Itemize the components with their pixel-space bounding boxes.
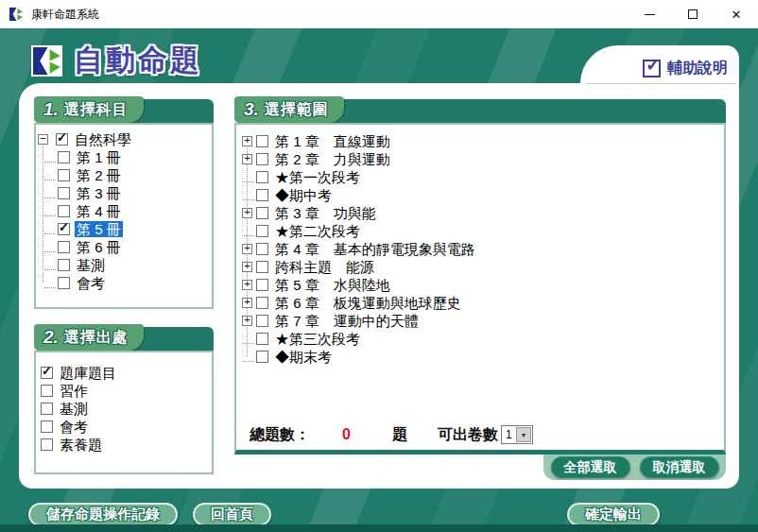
tree-item-label[interactable]: 習作 (58, 383, 90, 399)
tree-item-label[interactable]: 第 1 章 直線運動 (273, 133, 392, 149)
tree-item-label[interactable]: ★第一次段考 (273, 169, 362, 185)
expand-toggle-icon[interactable]: + (242, 244, 252, 254)
checkbox[interactable] (256, 315, 268, 327)
save-record-button[interactable]: 儲存命題操作記錄 (28, 503, 178, 526)
tree-item[interactable]: +第 2 章 力與運動 (242, 150, 724, 168)
close-button[interactable]: ✕ (715, 0, 758, 28)
tree-item[interactable]: +跨科主題 能源 (242, 258, 724, 276)
checkbox[interactable] (256, 153, 268, 165)
checkbox[interactable] (58, 277, 70, 289)
tree-item[interactable]: +第 5 章 水與陸地 (242, 276, 724, 294)
tree-item-label[interactable]: 第 2 冊 (75, 167, 123, 183)
dropdown-arrow-icon[interactable]: ▼ (516, 427, 531, 442)
tree-item[interactable]: ◆期末考 (242, 348, 724, 366)
checkbox[interactable] (256, 261, 268, 273)
tree-item-label[interactable]: 素養題 (58, 437, 104, 453)
tree-item-label[interactable]: ◆期末考 (273, 349, 334, 365)
list-item[interactable]: 習作 (41, 382, 212, 400)
tree-item-label[interactable]: 基測 (58, 401, 90, 417)
tree-item-label[interactable]: 會考 (58, 419, 90, 435)
tree-item-label[interactable]: 第 4 冊 (75, 203, 123, 219)
expand-toggle-icon[interactable]: + (242, 136, 252, 146)
tree-item-label[interactable]: 第 2 章 力與運動 (273, 151, 392, 167)
collapse-toggle-icon[interactable]: − (38, 134, 48, 145)
tree-item-label[interactable]: ★第二次段考 (273, 223, 362, 239)
tree-item-label[interactable]: 會考 (75, 275, 107, 291)
checkbox[interactable] (58, 205, 70, 217)
deselect-button[interactable]: 取消選取 (640, 456, 719, 478)
expand-toggle-icon[interactable]: + (242, 316, 252, 326)
checkbox[interactable] (41, 403, 53, 415)
tree-item-label[interactable]: 第 5 章 水與陸地 (273, 277, 392, 293)
tree-item[interactable]: 第 2 冊 (38, 166, 212, 184)
checkbox[interactable] (58, 241, 70, 253)
tree-item-label[interactable]: ★第三次段考 (273, 331, 362, 347)
checkbox[interactable] (58, 259, 70, 271)
checkbox[interactable] (256, 225, 268, 237)
home-button[interactable]: 回首頁 (193, 503, 271, 526)
paper-count-select[interactable]: 1 ▼ (501, 425, 533, 444)
tree-item-label[interactable]: 基測 (75, 257, 107, 273)
tree-item-label[interactable]: 第 3 章 功與能 (273, 205, 378, 221)
checkbox[interactable]: ✓ (56, 133, 68, 146)
tree-item[interactable]: 會考 (38, 274, 212, 292)
tree-item-label[interactable]: 第 4 章 基本的靜電現象與電路 (273, 241, 477, 257)
tree-item-label[interactable]: 自然科學 (73, 131, 133, 147)
tree-item-label[interactable]: 第 1 冊 (75, 149, 123, 165)
expand-toggle-icon[interactable]: + (242, 280, 252, 290)
list-item[interactable]: 素養題 (41, 436, 212, 454)
checkbox[interactable] (256, 135, 268, 147)
expand-toggle-icon[interactable]: + (242, 154, 252, 164)
checkbox[interactable] (58, 151, 70, 163)
tree-item[interactable]: ★第一次段考 (242, 168, 724, 186)
tree-item-label[interactable]: 第 6 章 板塊運動與地球歷史 (273, 295, 463, 311)
checkbox[interactable]: ✓ (41, 367, 53, 379)
tree-item[interactable]: ★第二次段考 (242, 222, 724, 240)
tree-item[interactable]: +第 6 章 板塊運動與地球歷史 (242, 294, 724, 312)
checkbox[interactable] (256, 171, 268, 183)
checkbox[interactable] (41, 438, 53, 451)
checkbox[interactable] (256, 279, 268, 291)
checkbox[interactable] (256, 207, 268, 219)
minimize-button[interactable] (628, 0, 671, 28)
list-item[interactable]: ✓題庫題目 (41, 364, 212, 382)
tree-item-root[interactable]: −✓自然科學 (38, 130, 212, 148)
tree-item-label[interactable]: 第 6 冊 (75, 239, 123, 255)
tree-item[interactable]: +第 1 章 直線運動 (242, 132, 724, 150)
checkbox[interactable] (256, 189, 268, 201)
select-all-button[interactable]: 全部選取 (551, 456, 630, 478)
checkbox[interactable] (41, 385, 53, 397)
tree-item[interactable]: 第 6 冊 (38, 238, 212, 256)
tree-item[interactable]: ★第三次段考 (242, 330, 724, 348)
tree-item-label[interactable]: 跨科主題 能源 (273, 259, 376, 275)
tree-item[interactable]: +第 3 章 功與能 (242, 204, 724, 222)
checkbox[interactable] (256, 351, 268, 363)
tree-item-label[interactable]: 第 3 冊 (75, 185, 123, 201)
tree-item[interactable]: 第 4 冊 (38, 202, 212, 220)
tree-item-label[interactable]: 題庫題目 (58, 365, 118, 381)
tree-item[interactable]: 第 1 冊 (38, 148, 212, 166)
help-button[interactable]: ✓ 輔助說明 (643, 59, 728, 78)
list-item[interactable]: 會考 (41, 418, 212, 436)
expand-toggle-icon[interactable]: + (242, 262, 252, 272)
expand-toggle-icon[interactable]: + (242, 208, 252, 218)
tree-item[interactable]: +第 4 章 基本的靜電現象與電路 (242, 240, 724, 258)
tree-item[interactable]: 基測 (38, 256, 212, 274)
tree-item[interactable]: +第 7 章 運動中的天體 (242, 312, 724, 330)
tree-item[interactable]: ✓第 5 冊 (38, 220, 212, 238)
checkbox[interactable]: ✓ (58, 223, 70, 235)
tree-item[interactable]: 第 3 冊 (38, 184, 212, 202)
checkbox[interactable] (256, 297, 268, 309)
confirm-output-button[interactable]: 確定輸出 (567, 503, 660, 526)
tree-item-label[interactable]: 第 5 冊 (75, 221, 123, 237)
expand-toggle-icon[interactable]: + (242, 298, 252, 308)
checkbox[interactable] (58, 169, 70, 181)
tree-item-label[interactable]: ◆期中考 (273, 187, 334, 203)
list-item[interactable]: 基測 (41, 400, 212, 418)
checkbox[interactable] (41, 420, 53, 433)
checkbox[interactable] (58, 187, 70, 199)
tree-item[interactable]: ◆期中考 (242, 186, 724, 204)
checkbox[interactable] (256, 243, 268, 255)
checkbox[interactable] (256, 333, 268, 345)
tree-item-label[interactable]: 第 7 章 運動中的天體 (273, 313, 421, 329)
